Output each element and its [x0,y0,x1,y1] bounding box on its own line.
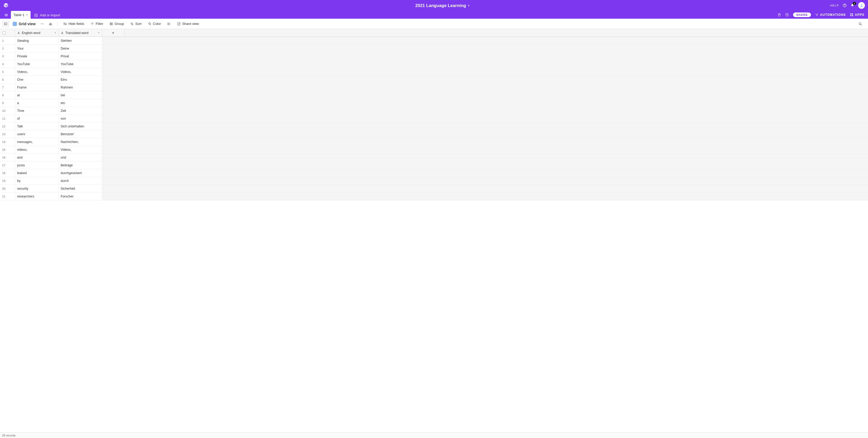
row-number-cell[interactable]: 14 [0,138,15,146]
table-row[interactable]: 7FrameRahmen [0,84,868,91]
cell-translated-word[interactable]: durch [59,177,102,184]
view-switcher[interactable]: Grid view [11,21,37,27]
cell-translated-word[interactable]: Rahmen [59,84,102,91]
table-row[interactable]: 19bydurch [0,177,868,185]
help-label[interactable]: HELP [830,4,839,7]
row-number-cell[interactable]: 2 [0,45,15,52]
cell-translated-word[interactable]: Videos, [59,146,102,153]
table-row[interactable]: 16andund [0,154,868,162]
color-button[interactable]: Color [146,21,163,27]
table-row[interactable]: 12TalkSich unterhalten [0,122,868,130]
table-row[interactable]: 14messages,Nachrichten, [0,138,868,146]
cell-translated-word[interactable]: ein [59,99,102,107]
column-header-english-word[interactable]: English word ▼ [15,29,59,37]
tab-caret-icon[interactable]: ▼ [26,14,28,16]
select-all-cell[interactable] [0,29,15,37]
cell-translated-word[interactable]: Eins [59,76,102,83]
view-sidebar-toggle[interactable] [3,21,9,27]
cell-translated-word[interactable]: Beiträge [59,162,102,169]
base-title-caret-icon[interactable]: ▼ [468,4,470,7]
cell-english-word[interactable]: of [15,115,59,122]
cell-translated-word[interactable]: und [59,154,102,161]
cell-english-word[interactable]: Talk [15,122,59,130]
cell-english-word[interactable]: videos, [15,146,59,153]
row-number-cell[interactable]: 13 [0,130,15,138]
base-title[interactable]: 2021 Language Learning [415,3,466,8]
apps-button[interactable]: APPS [850,13,864,17]
row-number-cell[interactable]: 11 [0,115,15,122]
table-row[interactable]: 10TimeZeit [0,107,868,115]
cell-english-word[interactable]: Private [15,52,59,60]
table-row[interactable]: 2YourDeine [0,45,868,52]
cell-translated-word[interactable]: Videos, [59,68,102,76]
table-row[interactable]: 3PrivatePrivat [0,52,868,60]
add-or-import-button[interactable]: Add or import [34,13,60,17]
avatar[interactable] [858,2,865,9]
table-row[interactable]: 9aein [0,99,868,107]
cell-translated-word[interactable]: Privat [59,52,102,60]
help-icon[interactable] [843,3,847,7]
row-number-cell[interactable]: 6 [0,76,15,83]
cell-english-word[interactable]: and [15,154,59,161]
hide-fields-button[interactable]: Hide fields [61,21,86,27]
row-number-cell[interactable]: 12 [0,122,15,130]
table-row[interactable]: 1StealingStehlen [0,37,868,45]
cell-english-word[interactable]: a [15,99,59,107]
trash-icon[interactable] [777,13,781,17]
cell-english-word[interactable]: YouTube [15,60,59,68]
cell-english-word[interactable]: users' [15,130,59,138]
grid-body[interactable]: 1StealingStehlen2YourDeine3PrivatePrivat… [0,37,868,432]
table-row[interactable]: 13users'Benutzer' [0,130,868,138]
group-button[interactable]: Group [107,21,126,27]
cell-english-word[interactable]: One [15,76,59,83]
table-row[interactable]: 20securitySicherheit [0,185,868,193]
select-all-checkbox[interactable] [3,31,6,34]
cell-translated-word[interactable]: Zeit [59,107,102,114]
row-number-cell[interactable]: 8 [0,91,15,99]
share-button[interactable]: SHARE [793,12,811,17]
collaborators-icon[interactable] [48,21,54,27]
column-menu-caret-icon[interactable]: ▼ [98,32,100,34]
cell-translated-word[interactable]: Stehlen [59,37,102,45]
cell-english-word[interactable]: Stealing [15,37,59,45]
cell-translated-word[interactable]: Benutzer' [59,130,102,138]
logo-icon[interactable] [3,3,9,8]
cell-english-word[interactable]: by [15,177,59,184]
row-number-cell[interactable]: 20 [0,185,15,192]
table-row[interactable]: 11ofvon [0,115,868,122]
cell-english-word[interactable]: Videos, [15,68,59,76]
row-number-cell[interactable]: 18 [0,169,15,177]
search-icon[interactable] [858,22,862,26]
cell-english-word[interactable]: security [15,185,59,192]
cell-english-word[interactable]: Your [15,45,59,52]
row-number-cell[interactable]: 16 [0,154,15,161]
table-row[interactable]: 5Videos,Videos, [0,68,868,76]
cell-translated-word[interactable]: von [59,115,102,122]
table-row[interactable]: 18leakeddurchgesickert [0,169,868,177]
table-row[interactable]: 15videos,Videos, [0,146,868,154]
cell-translated-word[interactable]: Forscher [59,193,102,200]
cell-translated-word[interactable]: durchgesickert [59,169,102,177]
view-menu-icon[interactable] [39,21,45,27]
cell-translated-word[interactable]: Nachrichten, [59,138,102,146]
table-row[interactable]: 8atbei [0,91,868,99]
tab-table-1[interactable]: Table 1 ▼ [11,11,31,19]
row-number-cell[interactable]: 19 [0,177,15,184]
table-row[interactable]: 21researchersForscher [0,193,868,200]
column-menu-caret-icon[interactable]: ▼ [54,32,56,34]
cell-english-word[interactable]: posts [15,162,59,169]
notifications-icon[interactable]: 1 [850,3,855,7]
column-header-translated-word[interactable]: Translated word ▼ [59,29,102,37]
table-list-icon[interactable] [4,13,8,17]
cell-english-word[interactable]: at [15,91,59,99]
automations-button[interactable]: AUTOMATIONS [815,13,846,17]
row-number-cell[interactable]: 17 [0,162,15,169]
sort-button[interactable]: Sort [128,21,144,27]
cell-translated-word[interactable]: Sich unterhalten [59,122,102,130]
cell-translated-word[interactable]: Sicherheit [59,185,102,192]
row-number-cell[interactable]: 3 [0,52,15,60]
row-number-cell[interactable]: 21 [0,193,15,200]
table-row[interactable]: 17postsBeiträge [0,162,868,169]
cell-english-word[interactable]: messages, [15,138,59,146]
cell-english-word[interactable]: researchers [15,193,59,200]
